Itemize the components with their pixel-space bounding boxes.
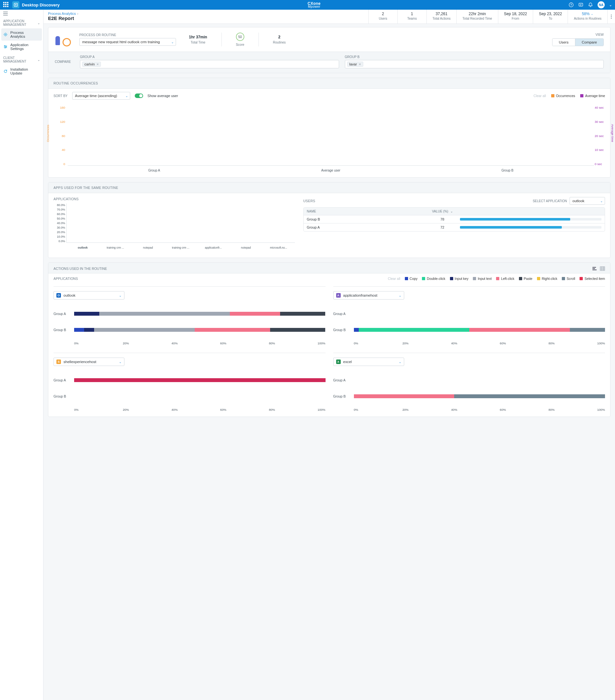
view-users-button[interactable]: Users [552,39,575,46]
action-app-panel: A applicationframehost ⌄ Group AGroup B … [333,286,605,345]
card-title: ROUTINE OCCURRENCES [48,78,610,89]
users-table: NAME VALUE (%)⌄ Group B78Group A72 [303,207,605,232]
legend-item[interactable]: Input text [473,277,491,280]
pct-axis: 0%20%40%60%80%100% [74,408,326,411]
refresh-icon [3,69,8,74]
app-select[interactable]: A applicationframehost ⌄ [333,291,404,300]
legend-item[interactable]: Copy [405,277,418,280]
clear-all-link[interactable]: Clear all [388,277,400,280]
sidebar-section-header[interactable]: CLIENT MANAGEMENT⌄ [0,53,43,65]
chevron-down-icon: ⌄ [125,94,128,98]
app-select[interactable]: S shellexperiencehost ⌄ [53,358,124,366]
select-application-label: SELECT APPLICATION [533,199,567,203]
pct-axis: 0%20%40%60%80%100% [354,408,605,411]
selector-label: PROCESS OR ROUTINE [79,33,176,37]
table-view-icon[interactable] [600,266,605,271]
legend-item[interactable]: Right-click [537,277,557,280]
app-launcher-icon[interactable] [3,2,9,8]
clear-all-link[interactable]: Clear all [534,94,546,98]
svg-point-6 [4,46,5,47]
summary-stat[interactable]: 58% ⌄Actions in Routines [568,10,607,24]
more-actions-icon[interactable] [607,10,615,24]
svg-rect-9 [600,267,605,271]
sidebar-section-header[interactable]: APPLICATION MANAGEMENT⌄ [0,16,43,28]
applications-label: APPLICATIONS [53,197,296,201]
notifications-icon[interactable] [588,2,593,8]
user-avatar[interactable]: NA [598,1,605,8]
product-icon [12,1,19,8]
card-title: ACTIONS USED IN THE ROUTINE [53,267,107,271]
table-row[interactable]: Group B78 [304,215,605,223]
remove-chip-icon[interactable]: × [359,62,361,66]
compare-label: COMPARE [55,60,74,63]
page-title: E2E Report [48,15,80,21]
chip: lavar× [347,62,363,67]
stack-row: Group A [53,312,326,316]
summary-stat: 1Teams [398,10,426,24]
user-menu-chevron-icon[interactable]: ⌄ [609,3,612,7]
legend-occurrences[interactable]: Occurrences [551,94,575,98]
chevron-down-icon: ⌄ [37,21,40,25]
sidebar-item-process-analytics[interactable]: Process Analytics [1,28,42,41]
legend-item[interactable]: Selected item [579,277,605,280]
bar-chart-view-icon[interactable] [592,266,597,271]
applications-label: APPLICATIONS [53,277,78,280]
sidebar: APPLICATION MANAGEMENT⌄ Process Analytic… [0,10,43,700]
brand-logo: CXoneMpower [60,2,568,8]
svg-point-8 [5,47,6,48]
stat-total-time: 1hr 37min Total Time [184,35,212,44]
select-application[interactable]: outlook⌄ [569,197,605,205]
legend-item[interactable]: Left-click [496,277,514,280]
remove-chip-icon[interactable]: × [97,62,99,66]
legend-item[interactable]: Paste [519,277,532,280]
stack-row: Group B [53,394,326,398]
stat-routines: 2 Routines [268,35,290,44]
sidebar-item-application-settings[interactable]: Application Settings [0,41,43,53]
summary-stat: Sep 23, 2022To [533,10,568,24]
chevron-down-icon: ⌄ [399,294,401,297]
legend-item[interactable]: Double-click [422,277,445,280]
chevron-down-icon: ⌄ [450,210,453,213]
help-icon[interactable]: ? [568,2,574,8]
breadcrumb[interactable]: Process Analytics› [48,12,80,15]
stack-row: Group A [333,378,605,382]
app-select[interactable]: O outlook ⌄ [53,291,124,300]
group-b-label: GROUP B [345,55,604,59]
chevron-down-icon: ⌄ [119,360,122,364]
feedback-icon[interactable] [578,2,583,8]
collapse-sidebar-icon[interactable] [0,10,43,16]
table-row[interactable]: Group A72 [304,223,605,231]
chevron-down-icon: ⌄ [399,360,401,364]
pct-axis: 0%20%40%60%80%100% [74,341,326,345]
sidebar-item-installation-update[interactable]: Installation Update [0,65,43,77]
stack-row: Group A [53,378,326,382]
pct-axis: 0%20%40%60%80%100% [354,341,605,345]
svg-point-5 [5,34,6,35]
legend-avg-time[interactable]: Average time [580,94,605,98]
routine-occurrences-chart: Occurrences Average time 16012080400 40 … [48,103,610,177]
process-select[interactable]: message new request html outlook crm tra… [79,38,176,46]
legend-item[interactable]: Input key [450,277,469,280]
legend-item[interactable]: Scroll [562,277,575,280]
view-label: VIEW [552,33,604,36]
stack-row: Group B [53,328,326,332]
show-average-user-toggle[interactable] [135,93,143,98]
chevron-down-icon: ⌄ [171,40,174,44]
view-compare-button[interactable]: Compare [575,39,603,46]
card-title: APPS USED FOR THE SAME ROUTINE [48,183,610,193]
app-select[interactable]: X excel ⌄ [333,358,404,366]
sidebar-item-label: Installation Update [10,67,40,75]
action-app-panel: S shellexperiencehost ⌄ Group AGroup B 0… [53,353,326,411]
group-b-input[interactable]: lavar× [345,60,604,68]
apps-used-card: APPS USED FOR THE SAME ROUTINE APPLICATI… [48,182,611,258]
applications-chart: 80.0%70.0%60.0%50.0%40.0%30.0%20.0%10.0%… [53,203,296,252]
group-a-input[interactable]: carlvin× [80,60,339,68]
stat-score: 50 Score [231,33,249,47]
sliders-icon [3,45,8,49]
col-value[interactable]: VALUE (%)⌄ [425,210,460,213]
users-label: USERS [303,199,315,203]
sort-by-select[interactable]: Average time (ascending)⌄ [72,92,130,100]
stack-row: Group A [333,312,605,316]
summary-stat: 37,261Total Actions [426,10,456,24]
summary-stat: 2Users [368,10,398,24]
